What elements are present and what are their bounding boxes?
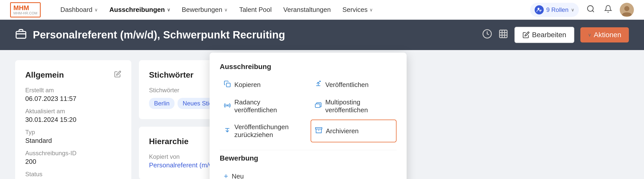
notification-button[interactable] bbox=[603, 3, 614, 16]
dropdown-multiposting[interactable]: Multiposting veröffentlichen bbox=[311, 95, 397, 118]
header-actions: Bearbeiten ∨ Aktionen bbox=[482, 27, 629, 43]
dropdown-zurueckziehen[interactable]: Veröffentlichungen zurückziehen bbox=[220, 120, 306, 142]
plus-icon: + bbox=[224, 172, 228, 179]
svg-point-11 bbox=[227, 105, 228, 106]
nav-item-ausschreibungen[interactable]: Ausschreibungen ∨ bbox=[105, 3, 175, 16]
radancy-icon bbox=[224, 102, 231, 111]
dropdown-grid: Kopieren Veröffentlichen bbox=[220, 77, 397, 142]
dropdown-radancy[interactable]: Radancy veröffentlichen bbox=[220, 95, 306, 118]
actions-dropdown: Ausschreibung Kopieren bbox=[210, 53, 407, 179]
nav-item-services[interactable]: Services ∨ bbox=[338, 3, 378, 16]
roles-button[interactable]: 9 Rollen ∨ bbox=[530, 3, 579, 17]
roles-icon bbox=[535, 5, 544, 14]
chevron-down-icon: ∨ bbox=[588, 32, 591, 38]
multiposting-label: Multiposting veröffentlichen bbox=[325, 98, 392, 114]
veroeffentlichen-label: Veröffentlichen bbox=[325, 81, 369, 89]
nav-item-bewerbungen[interactable]: Bewerbungen ∨ bbox=[177, 3, 232, 16]
aktualisiert-am-value: 30.01.2024 15:20 bbox=[25, 116, 121, 124]
ausschreibungs-id-label: Ausschreibungs-ID bbox=[25, 150, 121, 157]
top-navigation: MHM MHM-HR.COM Dashboard ∨ Ausschreibung… bbox=[0, 0, 644, 20]
logo[interactable]: MHM MHM-HR.COM bbox=[10, 2, 41, 17]
main-content: Allgemein Erstellt am 06.07.2023 11:57 A… bbox=[0, 50, 644, 179]
nav-items: Dashboard ∨ Ausschreibungen ∨ Bewerbunge… bbox=[56, 3, 530, 16]
header-left: Personalreferent (m/w/d), Schwerpunkt Re… bbox=[15, 28, 285, 42]
allgemein-card: Allgemein Erstellt am 06.07.2023 11:57 A… bbox=[15, 60, 131, 179]
svg-rect-12 bbox=[315, 104, 320, 107]
ausschreibung-section-title: Ausschreibung bbox=[220, 63, 397, 71]
search-button[interactable] bbox=[585, 3, 597, 17]
svg-rect-15 bbox=[315, 127, 322, 129]
multiposting-icon bbox=[315, 102, 322, 111]
nav-item-talent-pool[interactable]: Talent Pool bbox=[235, 3, 276, 16]
publish-icon bbox=[315, 80, 322, 89]
kopieren-label: Kopieren bbox=[234, 81, 261, 89]
dropdown-neu[interactable]: + Neu bbox=[220, 168, 397, 179]
archivieren-label: Archivieren bbox=[326, 127, 359, 135]
chevron-down-icon: ∨ bbox=[94, 7, 98, 13]
chevron-down-icon: ∨ bbox=[571, 7, 574, 13]
dropdown-kopieren[interactable]: Kopieren bbox=[220, 77, 306, 93]
copy-icon bbox=[224, 80, 231, 89]
archive-icon bbox=[315, 127, 322, 136]
tag-berlin[interactable]: Berlin bbox=[149, 98, 175, 109]
status-label: Status bbox=[25, 171, 121, 178]
dropdown-archivieren[interactable]: Archivieren bbox=[311, 120, 397, 142]
bewerbung-section-title: Bewerbung bbox=[220, 154, 397, 162]
roles-label: 9 Rollen bbox=[546, 6, 568, 13]
erstellt-am-value: 06.07.2023 11:57 bbox=[25, 95, 121, 103]
bearbeiten-button[interactable]: Bearbeiten bbox=[514, 27, 574, 43]
ausschreibungs-id-value: 200 bbox=[25, 158, 121, 166]
edit-icon[interactable] bbox=[114, 71, 121, 79]
neu-label: Neu bbox=[232, 172, 244, 179]
erstellt-am-label: Erstellt am bbox=[25, 87, 121, 94]
dropdown-divider bbox=[220, 150, 397, 150]
clock-icon-button[interactable] bbox=[482, 29, 492, 41]
svg-point-0 bbox=[538, 8, 539, 9]
avatar[interactable] bbox=[620, 3, 634, 17]
aktionen-button[interactable]: ∨ Aktionen bbox=[580, 27, 629, 42]
nav-item-dashboard[interactable]: Dashboard ∨ bbox=[56, 3, 102, 16]
typ-label: Typ bbox=[25, 129, 121, 136]
svg-rect-8 bbox=[227, 83, 230, 87]
svg-rect-7 bbox=[500, 30, 507, 38]
svg-point-1 bbox=[587, 6, 593, 11]
svg-rect-4 bbox=[16, 31, 26, 38]
nav-item-veranstaltungen[interactable]: Veranstaltungen bbox=[279, 3, 335, 16]
zurueckziehen-label: Veröffentlichungen zurückziehen bbox=[234, 123, 302, 139]
radancy-label: Radancy veröffentlichen bbox=[234, 98, 302, 114]
svg-point-3 bbox=[624, 6, 629, 11]
logo-text: MHM bbox=[13, 5, 37, 11]
unpublish-icon bbox=[224, 127, 231, 136]
page-title: Personalreferent (m/w/d), Schwerpunkt Re… bbox=[33, 29, 285, 41]
typ-value: Standard bbox=[25, 137, 121, 145]
aktualisiert-am-label: Aktualisiert am bbox=[25, 108, 121, 115]
allgemein-card-title: Allgemein bbox=[25, 70, 121, 80]
briefcase-icon bbox=[15, 28, 27, 42]
chevron-down-icon: ∨ bbox=[369, 7, 373, 13]
header-bar: Personalreferent (m/w/d), Schwerpunkt Re… bbox=[0, 20, 644, 50]
nav-right: 9 Rollen ∨ bbox=[530, 3, 634, 17]
dropdown-veroeffentlichen[interactable]: Veröffentlichen bbox=[311, 77, 397, 93]
table-icon-button[interactable] bbox=[498, 29, 508, 41]
chevron-down-icon: ∨ bbox=[224, 7, 228, 13]
logo-sub: MHM-HR.COM bbox=[13, 11, 37, 15]
chevron-down-icon: ∨ bbox=[167, 7, 170, 13]
